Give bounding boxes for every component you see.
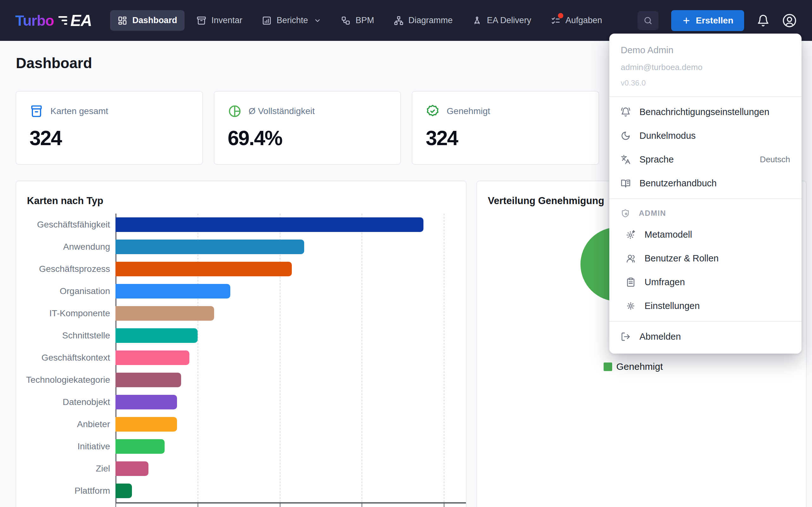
badge-check-icon: [426, 104, 440, 118]
archive-icon: [197, 16, 206, 25]
nav-item-aufgaben[interactable]: Aufgaben: [543, 10, 610, 31]
x-axis-tick: [362, 504, 362, 507]
nav-item-diagramme[interactable]: Diagramme: [386, 10, 461, 31]
bar-Anwendung: [115, 239, 304, 254]
stat-value: 324: [426, 126, 585, 150]
book-open-icon: [621, 178, 630, 188]
menu-item-benutzerhandbuch[interactable]: Benutzerhandbuch: [609, 171, 802, 195]
menu-item-label: Einstellungen: [645, 301, 700, 311]
bar-track: [115, 350, 464, 365]
bar-track: [115, 373, 464, 387]
bar-track: [115, 217, 464, 232]
menu-item-label: Benachrichtigungseinstellungen: [640, 107, 769, 117]
bar-track: [115, 484, 464, 498]
user-menu-header: Demo Admin admin@turboea.demo v0.36.0: [609, 34, 802, 96]
notification-dot: [558, 13, 563, 18]
page-title: Dashboard: [16, 55, 92, 72]
menu-item-label: Metamodell: [645, 229, 692, 240]
bar-row: Anwendung: [16, 236, 466, 258]
languages-icon: [621, 155, 630, 164]
menu-item-metamodell[interactable]: Metamodell: [609, 223, 802, 246]
x-axis-tick: [280, 504, 281, 507]
bar-Plattform: [115, 484, 132, 498]
nav-item-inventar[interactable]: Inventar: [189, 10, 250, 31]
bar-Geschäftskontext: [115, 350, 189, 365]
bar-category-label: Anwendung: [16, 242, 110, 252]
gear-sparkle-icon: [626, 230, 636, 239]
layout-dashboard-icon: [118, 16, 127, 25]
drafting-compass-icon: [472, 16, 482, 25]
bar-track: [115, 395, 464, 409]
circle-user-icon: [782, 13, 797, 28]
bar-track: [115, 439, 464, 454]
bar-category-label: Technologiekategorie: [16, 375, 110, 385]
bar-category-label: Initiative: [16, 441, 110, 452]
menu-item-sprache[interactable]: Sprache Deutsch: [609, 148, 802, 171]
menu-item-umfragen[interactable]: Umfragen: [609, 270, 802, 294]
user-menu-settings-section: Benachrichtigungseinstellungen Dunkelmod…: [609, 97, 802, 199]
stat-cards: Karten gesamt 324 Ø Vollständigkeit 69.4…: [15, 91, 599, 165]
stat-card-vollstaendigkeit: Ø Vollständigkeit 69.4%: [214, 91, 401, 165]
bar-row: Anbieter: [16, 413, 466, 435]
bar-row: Geschäftsprozess: [16, 258, 466, 280]
log-out-icon: [621, 332, 630, 342]
bar-chart-rows: GeschäftsfähigkeitAnwendungGeschäftsproz…: [16, 214, 466, 502]
bar-Datenobjekt: [115, 395, 177, 409]
brand-logo-ea: EA: [70, 11, 92, 30]
bar-row: Organisation: [16, 280, 466, 302]
menu-item-benachrichtigungseinstellungen[interactable]: Benachrichtigungseinstellungen: [609, 100, 802, 124]
bar-row: Schnittstelle: [16, 325, 466, 347]
bell-ring-icon: [621, 107, 630, 117]
notifications-button[interactable]: [757, 14, 769, 27]
pie-chart-title: Verteilung Genehmigung: [488, 195, 604, 207]
bar-chart-title: Karten nach Typ: [27, 195, 103, 207]
menu-item-benutzer-rollen[interactable]: Benutzer & Rollen: [609, 246, 802, 270]
app-version: v0.36.0: [621, 78, 790, 88]
plus-icon: [682, 16, 691, 25]
shield-user-icon: [621, 209, 630, 218]
search-icon: [643, 16, 653, 25]
nav-item-berichte[interactable]: Berichte: [254, 10, 329, 31]
brand-logo[interactable]: Turbo EA: [15, 11, 92, 30]
bar-row: Plattform: [16, 480, 466, 502]
stat-label: Karten gesamt: [50, 106, 108, 116]
bar-Schnittstelle: [115, 328, 198, 343]
bar-category-label: IT-Komponente: [16, 308, 110, 319]
menu-item-label: Benutzer & Rollen: [645, 253, 719, 264]
clipboard-list-icon: [626, 277, 636, 287]
bar-category-label: Schnittstelle: [16, 331, 110, 341]
menu-item-einstellungen[interactable]: Einstellungen: [609, 294, 802, 318]
speed-lines-icon: [58, 16, 67, 25]
create-button[interactable]: Erstellen: [671, 10, 744, 31]
pie-legend: Genehmigt: [604, 361, 663, 372]
report-chart-icon: [262, 16, 271, 25]
bar-IT-Komponente: [115, 306, 214, 321]
bar-chart: GeschäftsfähigkeitAnwendungGeschäftsproz…: [16, 214, 466, 507]
nav-label: Aufgaben: [565, 15, 602, 25]
bar-row: Technologiekategorie: [16, 369, 466, 391]
archive-box-icon: [30, 104, 44, 118]
stat-label: Genehmigt: [447, 106, 490, 116]
bar-track: [115, 306, 464, 321]
stat-card-karten-gesamt: Karten gesamt 324: [15, 91, 203, 165]
navbar-actions: Erstellen: [638, 10, 797, 31]
menu-item-abmelden[interactable]: Abmelden: [609, 325, 802, 349]
user-menu-admin-section: ADMIN Metamodell Benutzer & Rollen Umfra…: [609, 199, 802, 321]
x-axis-tick: [198, 504, 198, 507]
user-name: Demo Admin: [621, 45, 790, 55]
search-button[interactable]: [638, 11, 658, 30]
bar-Initiative: [115, 439, 165, 454]
user-dropdown-menu: Demo Admin admin@turboea.demo v0.36.0 Be…: [609, 34, 802, 354]
create-button-label: Erstellen: [696, 15, 733, 26]
pie-circle-icon: [228, 104, 242, 118]
menu-item-dunkelmodus[interactable]: Dunkelmodus: [609, 124, 802, 148]
x-axis-tick: [115, 504, 116, 507]
nav-item-dashboard[interactable]: Dashboard: [110, 10, 185, 31]
nav-item-bpm[interactable]: BPM: [334, 10, 382, 31]
bar-row: Initiative: [16, 435, 466, 458]
bar-Geschäftsprozess: [115, 262, 292, 276]
bar-category-label: Organisation: [16, 286, 110, 296]
nav-item-ea-delivery[interactable]: EA Delivery: [465, 10, 539, 31]
admin-section-label: ADMIN: [639, 209, 666, 218]
account-menu-button[interactable]: [782, 13, 797, 28]
